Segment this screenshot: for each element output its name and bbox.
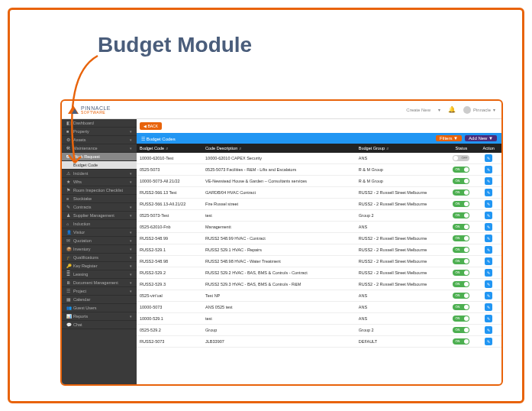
col-description[interactable]: Code Description⇵ <box>202 144 356 153</box>
cell-status: ON <box>447 267 476 279</box>
sidebar-item-label: Inventory <box>73 247 130 251</box>
main-area: ◧Dashboard■Property▾⚙Assets▾🛠Maintenance… <box>62 119 501 384</box>
sidebar-icon: ✉ <box>66 238 71 243</box>
sidebar-item-calendar[interactable]: ▦Calendar <box>62 296 137 304</box>
sidebar-icon: 💬 <box>66 322 71 327</box>
chevron-down-icon: ▾ <box>130 205 132 209</box>
chevron-down-icon: ▾ <box>130 255 132 260</box>
status-toggle[interactable]: ON <box>453 293 469 299</box>
edit-button[interactable]: ✎ <box>485 303 492 311</box>
sidebar-item-induction[interactable]: ⌂Induction <box>62 220 137 228</box>
back-button[interactable]: ◀ BACK <box>140 122 162 130</box>
status-toggle[interactable]: ON <box>453 304 469 310</box>
edit-button[interactable]: ✎ <box>485 246 492 254</box>
col-budget-group[interactable]: Budget Group⇵ <box>356 144 447 153</box>
table-row: 0525-50730525-5073 Facilities - R&M - Li… <box>137 164 501 176</box>
sidebar-icon: 🎓 <box>66 255 71 260</box>
status-toggle[interactable]: ON <box>453 167 469 173</box>
notification-icon[interactable]: 🔔 <box>448 106 456 113</box>
table-row: 0525-5073-TesttestGroup 2ON✎ <box>137 210 501 222</box>
sidebar-icon: ⚑ <box>66 188 71 193</box>
sidebar-icon: ▦ <box>66 297 71 302</box>
edit-button[interactable]: ✎ <box>485 154 492 162</box>
cell-status: ON <box>447 176 476 187</box>
sidebar-item-label: Calendar <box>73 297 132 302</box>
cell-desc: VE-Newstead House & Garden – Consultants… <box>202 176 356 187</box>
edit-button[interactable]: ✎ <box>485 235 492 242</box>
status-toggle[interactable]: ON <box>453 316 469 322</box>
edit-button[interactable]: ✎ <box>485 177 492 185</box>
cell-action: ✎ <box>476 199 501 210</box>
cell-code: 0525-5073-Test <box>137 210 202 222</box>
table-row: RUSS2-548.98RUSS2 548.98 HVAC - Water Tr… <box>137 256 501 267</box>
edit-button[interactable]: ✎ <box>485 212 492 219</box>
cell-status: ON <box>447 313 476 325</box>
cell-action: ✎ <box>476 302 501 313</box>
status-toggle[interactable]: ON <box>453 247 469 253</box>
col-action: Action <box>476 144 501 153</box>
sidebar-item-room-inspection-checklist[interactable]: ⚑Room Inspection Checklist <box>62 186 137 195</box>
edit-button[interactable]: ✎ <box>485 326 492 334</box>
cell-group: Group 2 <box>356 325 447 336</box>
sidebar-item-guest-users[interactable]: 👥Guest Users <box>62 304 137 312</box>
sidebar-icon: 📊 <box>66 314 71 319</box>
sidebar-item-supplier-management[interactable]: ♟Supplier Management▾ <box>62 212 137 220</box>
sidebar-item-label: Guest Users <box>73 306 132 310</box>
edit-button[interactable]: ✎ <box>485 292 492 299</box>
status-toggle[interactable]: ON <box>453 327 469 333</box>
status-toggle[interactable]: OFF <box>453 155 469 161</box>
status-toggle[interactable]: ON <box>453 178 469 184</box>
sidebar-item-document-management[interactable]: 🗎Document Management▾ <box>62 279 137 287</box>
sidebar-item-whs[interactable]: ★Whs▾ <box>62 178 137 186</box>
cell-code: 10000-529.1 <box>137 313 202 325</box>
status-toggle[interactable]: ON <box>453 212 469 218</box>
cell-code: RUSS2-5073 <box>137 336 202 348</box>
edit-button[interactable]: ✎ <box>485 257 492 265</box>
sidebar-item-contracts[interactable]: ✎Contracts▾ <box>62 203 137 212</box>
sidebar-item-quotation[interactable]: ✉Quotation▾ <box>62 237 137 245</box>
status-toggle[interactable]: ON <box>453 189 469 196</box>
sidebar-item-key-register[interactable]: 🔑Key Register▾ <box>62 262 137 270</box>
sidebar-item-chat[interactable]: 💬Chat <box>62 321 137 329</box>
sidebar-item-qualifications[interactable]: 🎓Qualifications▾ <box>62 254 137 262</box>
cell-desc: Managementt <box>202 222 356 233</box>
create-new-link[interactable]: Create New <box>406 108 430 112</box>
sidebar-item-project[interactable]: ☰Project▾ <box>62 287 137 296</box>
status-toggle[interactable]: ON <box>453 270 469 276</box>
cell-status: ON <box>447 233 476 244</box>
add-new-button[interactable]: Add New ▼ <box>465 135 497 141</box>
sidebar-item-inventory[interactable]: 📦Inventory▾ <box>62 245 137 254</box>
status-toggle[interactable]: ON <box>453 338 469 345</box>
edit-button[interactable]: ✎ <box>485 338 492 345</box>
edit-button[interactable]: ✎ <box>485 223 492 231</box>
sidebar-item-stocktake[interactable]: ≡Stocktake <box>62 195 137 203</box>
cell-action: ✎ <box>476 325 501 336</box>
edit-button[interactable]: ✎ <box>485 200 492 208</box>
status-toggle[interactable]: ON <box>453 224 469 230</box>
status-toggle[interactable]: ON <box>453 235 469 241</box>
filters-button[interactable]: Filters ▼ <box>436 135 462 141</box>
status-toggle[interactable]: ON <box>453 201 469 207</box>
edit-button[interactable]: ✎ <box>485 280 492 288</box>
status-toggle[interactable]: ON <box>453 281 469 287</box>
budget-codes-table: Budget Code⇵ Code Description⇵ Budget Gr… <box>137 144 501 348</box>
sidebar-item-leasing[interactable]: ≣Leasing▾ <box>62 270 137 279</box>
cell-desc: ANS 0525 test <box>202 302 356 313</box>
edit-button[interactable]: ✎ <box>485 189 492 196</box>
edit-button[interactable]: ✎ <box>485 269 492 277</box>
documentation-frame: Budget Module PINNACLE SOFTWARE Create N… <box>8 8 524 403</box>
sidebar-item-visitor[interactable]: 👤Visitor▾ <box>62 228 137 237</box>
status-toggle[interactable]: ON <box>453 258 469 264</box>
edit-button[interactable]: ✎ <box>485 315 492 322</box>
sidebar-item-reports[interactable]: 📊Reports▾ <box>62 312 137 321</box>
edit-button[interactable]: ✎ <box>485 166 492 173</box>
user-chip[interactable]: Pinnacle ▾ <box>463 106 495 114</box>
table-wrap: Budget Code⇵ Code Description⇵ Budget Gr… <box>137 144 501 384</box>
cell-desc: RUSS2 548.98 HVAC - Water Treatment <box>202 256 356 267</box>
cell-code: 0525-5073 <box>137 164 202 176</box>
username: Pinnacle <box>473 108 491 112</box>
cell-action: ✎ <box>476 256 501 267</box>
table-row: 0525-529.2GroupGroup 2ON✎ <box>137 325 501 336</box>
sidebar-item-label: Quotation <box>73 238 130 243</box>
col-budget-code[interactable]: Budget Code⇵ <box>137 144 202 153</box>
